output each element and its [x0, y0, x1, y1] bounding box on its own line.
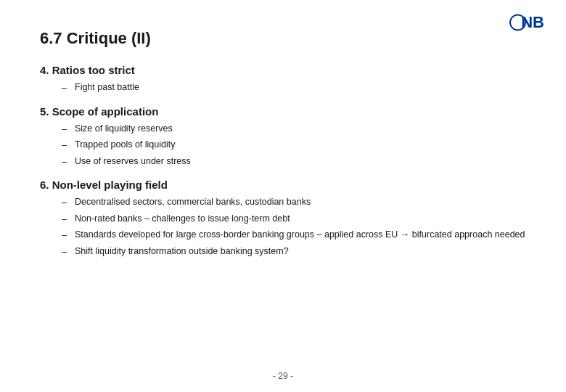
logo-symbol: ⃝NB — [521, 13, 544, 32]
page-title: 6.7 Critique (II) — [40, 29, 526, 48]
list-item: – Non-rated banks – challenges to issue … — [62, 212, 526, 226]
dash-icon: – — [62, 122, 75, 136]
list-item: – Decentralised sectors, commercial bank… — [62, 195, 526, 210]
dash-icon: – — [62, 245, 75, 259]
dash-icon: – — [62, 212, 75, 226]
list-item: – Standards developed for large cross-bo… — [62, 228, 526, 242]
dash-icon: – — [62, 81, 75, 95]
dash-icon: – — [62, 138, 75, 152]
bullet-text: Shift liquidity transformation outside b… — [75, 245, 526, 258]
page-number: - 29 - — [273, 371, 293, 381]
dash-icon: – — [62, 195, 75, 210]
list-item: – Fight past battle — [62, 81, 526, 95]
section-5-title: Scope of application — [52, 105, 159, 118]
section-4: 4. Ratios too strict – Fight past battle — [40, 64, 526, 95]
section-6-title: Non-level playing field — [52, 179, 168, 191]
bullet-text: Decentralised sectors, commercial banks,… — [75, 195, 526, 209]
section-4-bullets: – Fight past battle — [40, 81, 526, 95]
logo: ⃝NB — [521, 13, 544, 32]
section-6-heading: 6. Non-level playing field — [40, 179, 526, 191]
section-6-number: 6. — [40, 179, 49, 191]
list-item: – Use of reserves under stress — [62, 155, 526, 169]
section-5-bullets: – Size of liquidity reserves – Trapped p… — [40, 122, 526, 169]
bullet-text: Standards developed for large cross-bord… — [75, 228, 526, 242]
section-4-title: Ratios too strict — [52, 64, 135, 76]
page-container: ⃝NB 6.7 Critique (II) 4. Ratios too stri… — [0, 0, 566, 392]
section-4-number: 4. — [40, 64, 49, 76]
list-item: – Trapped pools of liquidity — [62, 138, 526, 152]
section-6-bullets: – Decentralised sectors, commercial bank… — [40, 195, 526, 258]
bullet-text: Fight past battle — [75, 81, 526, 94]
bullet-text: Trapped pools of liquidity — [75, 138, 526, 152]
list-item: – Shift liquidity transformation outside… — [62, 245, 526, 259]
dash-icon: – — [62, 228, 75, 242]
section-5: 5. Scope of application – Size of liquid… — [40, 105, 526, 169]
bullet-text: Use of reserves under stress — [75, 155, 526, 168]
list-item: – Size of liquidity reserves — [62, 122, 526, 136]
section-5-number: 5. — [40, 105, 49, 118]
dash-icon: – — [62, 155, 75, 169]
bullet-text: Size of liquidity reserves — [75, 122, 526, 136]
bullet-text: Non-rated banks – challenges to issue lo… — [75, 212, 526, 226]
section-4-heading: 4. Ratios too strict — [40, 64, 526, 76]
section-5-heading: 5. Scope of application — [40, 105, 526, 118]
page-footer: - 29 - — [0, 371, 566, 381]
section-6: 6. Non-level playing field – Decentralis… — [40, 179, 526, 258]
